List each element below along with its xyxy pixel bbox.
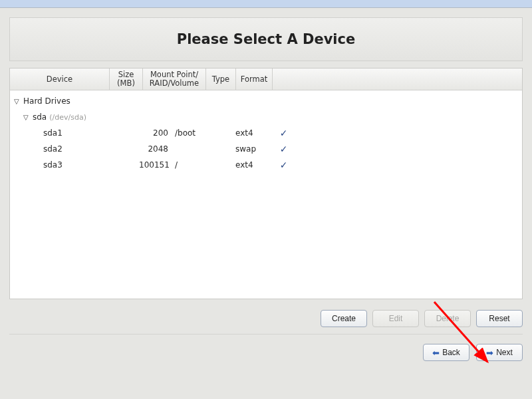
arrow-right-icon: ➡ [486,348,493,357]
back-button[interactable]: ⬅ Back [423,344,469,361]
col-mount[interactable]: Mount Point/ RAID/Volume [143,68,206,90]
part-type: swap [235,144,265,154]
disk-path: (/dev/sda) [49,113,86,122]
table-body: ▽ Hard Drives ▽ sda (/dev/sda) sda1 200 … [10,90,522,299]
check-icon: ✓ [280,128,288,138]
create-button[interactable]: Create [321,310,367,327]
col-size[interactable]: Size (MB) [110,68,143,90]
col-format[interactable]: Format [236,68,273,90]
edit-button: Edit [372,310,419,327]
col-spacer [273,68,522,90]
col-type[interactable]: Type [206,68,236,90]
arrow-left-icon: ⬅ [432,348,440,357]
check-icon: ✓ [280,160,288,170]
expander-icon[interactable]: ▽ [23,114,31,121]
partition-row[interactable]: sda3 100151 / ext4 ✓ [10,157,522,173]
title-bar: Please Select A Device [9,17,523,61]
check-icon: ✓ [280,144,288,154]
part-name: sda3 [43,160,63,170]
root-label: Hard Drives [23,96,70,106]
partition-row[interactable]: sda1 200 /boot ext4 ✓ [10,125,522,141]
part-size: 2048 [139,144,172,154]
tree-disk[interactable]: ▽ sda (/dev/sda) [10,109,522,125]
disk-name: sda [33,112,47,122]
delete-button: Delete [424,310,471,327]
partition-table: Device Size (MB) Mount Point/ RAID/Volum… [9,68,523,299]
part-mount: / [172,160,235,170]
partition-row[interactable]: sda2 2048 swap ✓ [10,141,522,157]
table-header: Device Size (MB) Mount Point/ RAID/Volum… [10,68,522,90]
nav-buttons: ⬅ Back ➡ Next [9,344,523,361]
next-label: Next [496,348,513,357]
part-mount: /boot [172,128,235,138]
part-name: sda2 [43,144,63,154]
reset-button[interactable]: Reset [476,310,523,327]
part-size: 100151 [139,160,172,170]
expander-icon[interactable]: ▽ [14,98,22,105]
part-name: sda1 [43,128,63,138]
installer-page: Please Select A Device Device Size (MB) … [0,17,532,361]
page-title: Please Select A Device [177,31,355,47]
col-device[interactable]: Device [10,68,110,90]
back-label: Back [442,348,460,357]
part-type: ext4 [235,160,265,170]
part-size: 200 [139,128,172,138]
tree-root[interactable]: ▽ Hard Drives [10,93,522,109]
part-type: ext4 [235,128,265,138]
action-buttons: Create Edit Delete Reset [9,306,523,334]
next-button[interactable]: ➡ Next [476,344,523,361]
window-topstrip [0,0,532,8]
